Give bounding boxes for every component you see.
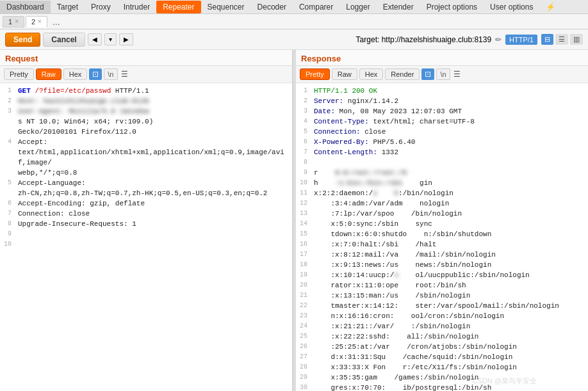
resp-line-16: 16 :x:7:0:halt:/sbi /halt	[296, 239, 588, 250]
nav-repeater[interactable]: Repeater	[156, 1, 200, 13]
top-nav: Dashboard Target Proxy Intruder Repeater…	[0, 0, 588, 14]
http-version-badge[interactable]: HTTP/1	[505, 35, 537, 45]
tab-bar: 1 × 2 × ...	[0, 14, 588, 29]
response-hex-btn[interactable]: Hex	[359, 68, 384, 80]
view-toggle-icons: ⊟ ☰ ▥	[541, 34, 583, 45]
resp-line-13: 13 :7:lp:/var/spoo /bin/nologin	[296, 209, 588, 219]
request-line-1: 1 GET /?file=/etc/passwd HTTP/1.1	[0, 86, 292, 96]
tab-2-close[interactable]: ×	[38, 18, 42, 25]
nav-back-button[interactable]: ◀	[88, 33, 102, 45]
resp-line-27: 27 d:x:31:31:Squ /cache/squid:/sbin/nolo…	[296, 352, 588, 362]
request-line-5b: zh-CN,zh;q=0.8,zh-TW;q=0.7,zh-HK;q=0.5,e…	[0, 188, 292, 198]
main-content: Request Pretty Raw Hex ⊡ \n ☰ 1 GET /?fi…	[0, 50, 588, 391]
resp-line-6: 6 X-Powered-By: PHP/5.6.40	[296, 137, 588, 147]
nav-forward-button[interactable]: ▶	[119, 33, 133, 45]
nav-extender[interactable]: Extender	[377, 1, 420, 13]
request-line-4: 4 Accept:	[0, 137, 292, 147]
resp-line-26: 26 :25:25:at:/var /cron/atjobs:/sbin/nol…	[296, 342, 588, 352]
resp-line-7: 7 Content-Length: 1332	[296, 147, 588, 157]
nav-decoder[interactable]: Decoder	[251, 1, 293, 13]
resp-line-11: 11 x:2:2:daemon:/s h:/bin/nologin	[296, 188, 588, 198]
resp-line-3: 3 Date: Mon, 08 May 2023 12:07:03 GMT	[296, 106, 588, 116]
resp-line-25: 25 :x:22:22:sshd: all:/sbin/nologin	[296, 331, 588, 342]
watermark: CSDN @菜鸟学安全	[473, 376, 537, 386]
tab-2-label: 2	[31, 18, 35, 26]
resp-line-17: 17 :x:8:12:mail:/va /mail:/sbin/nologin	[296, 250, 588, 260]
nav-comparer[interactable]: Comparer	[293, 1, 339, 13]
request-sq-btn[interactable]: ⊡	[89, 68, 102, 80]
request-line-9: 9	[0, 229, 292, 239]
resp-line-23: 23 n:x:16:16:cron: ool/cron:/sbin/nologi…	[296, 311, 588, 321]
request-line-7: 7 Connection: close	[0, 209, 292, 219]
request-hex-btn[interactable]: Hex	[63, 68, 88, 80]
nav-target[interactable]: Target	[51, 1, 85, 13]
request-pretty-btn[interactable]: Pretty	[4, 68, 34, 80]
request-line-3c: Gecko/20100101 Firefox/112.0	[0, 127, 292, 137]
nav-proxy[interactable]: Proxy	[85, 1, 117, 13]
resp-line-22: 22 tmaster:x:14:12: ster:/var/spool/mail…	[296, 301, 588, 311]
tab-2[interactable]: 2 ×	[26, 16, 47, 28]
resp-line-19: 19 :x:10:14:uucp:/v ol/uucppublic:/sbin/…	[296, 270, 588, 280]
request-panel-toolbar: Pretty Raw Hex ⊡ \n ☰	[0, 66, 292, 83]
response-panel: Response Pretty Raw Hex Render ⊡ \n ☰ 1 …	[296, 50, 588, 391]
resp-line-5: 5 Connection: close	[296, 127, 588, 137]
nav-down-button[interactable]: ▾	[104, 33, 117, 45]
response-sq-btn[interactable]: ⊡	[421, 68, 434, 80]
resp-line-15: 15 tdown:x:6:0:shutdo n:/sbin/shutdown	[296, 229, 588, 239]
toolbar: Send Cancel ◀ ▾ ▶ Target: http://hazelsh…	[0, 29, 588, 50]
tab-1-close[interactable]: ×	[15, 18, 19, 25]
resp-line-20: 20 rator:x:11:0:ope root:/bin/sh	[296, 280, 588, 291]
resp-line-4: 4 Content-Type: text/html; charset=UTF-8	[296, 116, 588, 127]
request-line-6: 6 Accept-Encoding: gzip, deflate	[0, 198, 292, 209]
response-render-btn[interactable]: Render	[385, 68, 420, 80]
request-line-3: 3 User-Agent: Mozilla/5.0 (Window	[0, 106, 292, 116]
vertical-split-icon[interactable]: ▥	[570, 34, 583, 45]
cancel-button[interactable]: Cancel	[43, 33, 85, 47]
request-code-area[interactable]: 1 GET /?file=/etc/passwd HTTP/1.1 2 Host…	[0, 83, 292, 391]
send-button[interactable]: Send	[5, 33, 40, 47]
nav-dashboard[interactable]: Dashboard	[0, 1, 51, 13]
resp-line-29: 29 x:35:35:gam /games:/sbin/nologin	[296, 372, 588, 383]
nav-project-options[interactable]: Project options	[420, 1, 484, 13]
single-view-icon[interactable]: ☰	[555, 34, 568, 45]
request-line-8: 8 Upgrade-Insecure-Requests: 1	[0, 219, 292, 229]
tab-1-label: 1	[8, 18, 12, 26]
resp-line-18: 18 :x:9:13:news:/us news:/sbin/nologin	[296, 260, 588, 270]
resp-line-12: 12 :3:4:adm:/var/adm nologin	[296, 198, 588, 209]
response-newline-btn[interactable]: \n	[436, 68, 450, 80]
resp-line-2: 2 Server: nginx/1.14.2	[296, 96, 588, 106]
tab-1[interactable]: 1 ×	[3, 16, 24, 28]
resp-line-9: 9 r 0:0:root:/root:/b	[296, 168, 588, 178]
response-panel-toolbar: Pretty Raw Hex Render ⊡ \n ☰	[296, 66, 588, 83]
resp-line-1: 1 HTTP/1.1 200 OK	[296, 86, 588, 96]
nav-extra[interactable]: ⚡	[539, 1, 562, 13]
response-raw-btn[interactable]: Raw	[332, 68, 357, 80]
request-line-10: 10	[0, 239, 292, 250]
resp-line-10: 10 h :1:bin:/bin:/sbi gin	[296, 178, 588, 188]
resp-line-28: 28 x:33:33:X Fon r:/etc/X11/fs:/sbin/nol…	[296, 362, 588, 372]
response-code-area[interactable]: 1 HTTP/1.1 200 OK 2 Server: nginx/1.14.2…	[296, 83, 588, 391]
target-info: Target: http://hazelshishuaige.club:8139…	[356, 34, 583, 45]
request-panel: Request Pretty Raw Hex ⊡ \n ☰ 1 GET /?fi…	[0, 50, 293, 391]
request-line-3b: s NT 10.0; Win64; x64; rv:109.0)	[0, 116, 292, 127]
request-menu-icon[interactable]: ☰	[121, 70, 128, 79]
response-pretty-btn[interactable]: Pretty	[300, 68, 330, 80]
nav-user-options[interactable]: User options	[484, 1, 539, 13]
nav-logger[interactable]: Logger	[339, 1, 376, 13]
edit-icon[interactable]: ✏	[495, 35, 502, 44]
nav-sequencer[interactable]: Sequencer	[201, 1, 251, 13]
response-menu-icon[interactable]: ☰	[453, 70, 461, 79]
response-panel-header: Response	[296, 50, 588, 66]
target-url: Target: http://hazelshishuaige.club:8139	[356, 35, 491, 44]
split-view-icon[interactable]: ⊟	[541, 34, 553, 45]
resp-line-30: 30 gres:x:70:70: ib/postgresql:/bin/sh	[296, 383, 588, 391]
tab-add[interactable]: ...	[49, 15, 64, 28]
request-line-4b: text/html,application/xhtml+xml,applicat…	[0, 147, 292, 168]
resp-line-21: 21 :x:13:15:man:/us /sbin/nologin	[296, 291, 588, 301]
request-line-2: 2 Host: hazelshishuaige.club:8139	[0, 96, 292, 106]
request-newline-btn[interactable]: \n	[104, 68, 117, 80]
request-raw-btn[interactable]: Raw	[36, 68, 61, 80]
nav-intruder[interactable]: Intruder	[117, 1, 156, 13]
request-line-4c: webp,*/*;q=0.8	[0, 168, 292, 178]
resp-line-24: 24 :x:21:21::/var/ :/sbin/nologin	[296, 321, 588, 331]
